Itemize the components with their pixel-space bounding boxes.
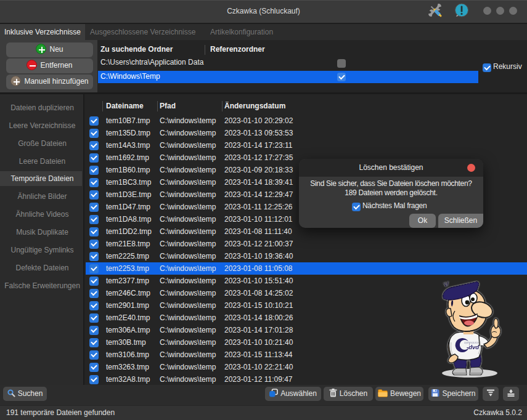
svg-text:-dvd: -dvd — [467, 344, 479, 350]
